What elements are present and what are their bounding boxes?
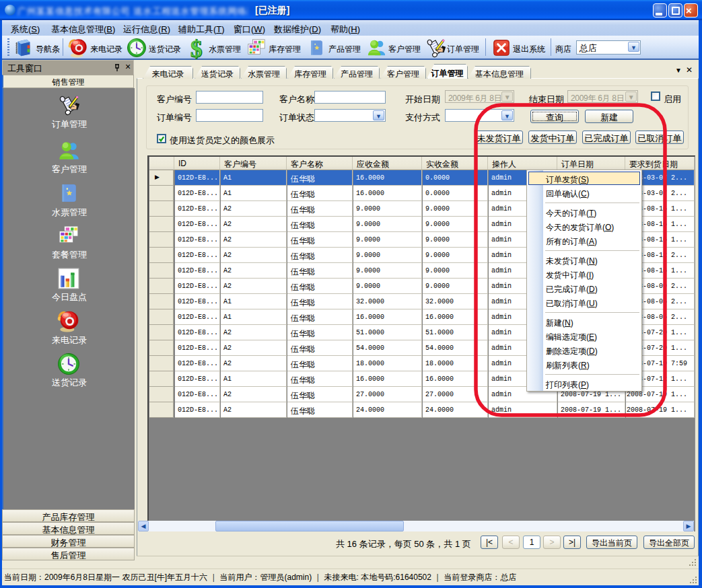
svg-text:$: $ bbox=[190, 38, 202, 62]
